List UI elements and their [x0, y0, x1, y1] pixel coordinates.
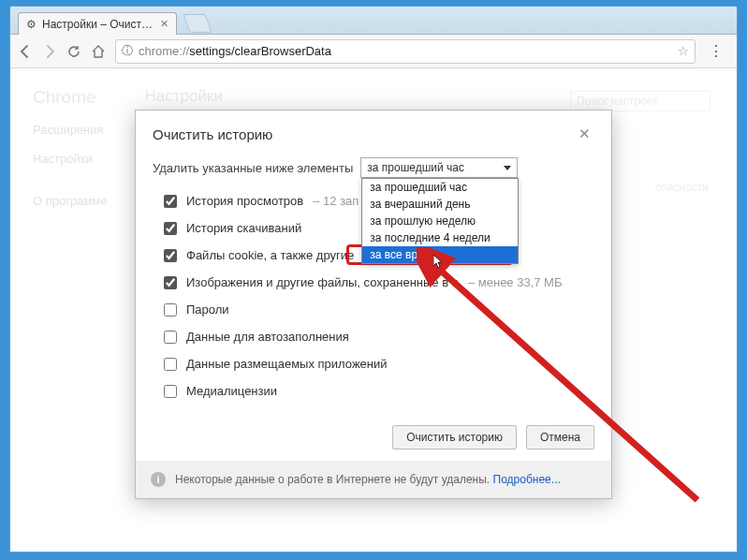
browser-window: ⚙ Настройки – Очистить ✕ ⓘ chrome://sett…	[9, 6, 738, 553]
check-label: Файлы cookie, а также другие	[186, 248, 354, 262]
close-icon[interactable]: ✕	[160, 18, 168, 30]
dialog-footer: Очистить историю Отмена	[136, 414, 611, 461]
omnibox[interactable]: ⓘ chrome://settings/clearBrowserData ☆	[115, 39, 696, 64]
time-range-dropdown: за прошедший час за вчерашний день за пр…	[361, 178, 519, 264]
time-range-select[interactable]: за прошедший час за прошедший час за вче…	[360, 157, 518, 178]
check-passwords[interactable]: Пароли	[153, 296, 594, 323]
option-alltime[interactable]: за все время	[362, 246, 518, 263]
reload-button[interactable]	[66, 44, 83, 59]
tab-strip: ⚙ Настройки – Очистить ✕	[10, 7, 737, 35]
dialog-body: Удалить указанные ниже элементы за проше…	[136, 154, 611, 414]
checkbox[interactable]	[164, 195, 177, 208]
clear-button[interactable]: Очистить историю	[392, 425, 517, 449]
tab-title: Настройки – Очистить	[42, 18, 154, 31]
check-label: Медиалицензии	[186, 384, 277, 398]
new-tab-button[interactable]	[183, 14, 212, 33]
delete-row: Удалить указанные ниже элементы за проше…	[153, 157, 594, 178]
content-area: Chrome Расширения Настройки О программе …	[10, 68, 737, 552]
checkbox[interactable]	[164, 222, 177, 235]
dialog-note: i Некоторые данные о работе в Интернете …	[136, 461, 611, 498]
check-label: Пароли	[186, 302, 229, 317]
dialog-title: Очистить историю	[153, 126, 272, 142]
chevron-down-icon	[504, 166, 511, 170]
note-link[interactable]: Подробнее...	[493, 473, 561, 486]
check-label: История скачиваний	[186, 221, 301, 235]
delete-label: Удалить указанные ниже элементы	[153, 161, 353, 175]
check-label: Данные для автозаполнения	[186, 330, 349, 344]
chrome-menu-button[interactable]: ⋮	[703, 42, 729, 60]
check-label: Изображения и другие файлы, сохраненные …	[186, 275, 459, 289]
dialog-header: Очистить историю ✕	[136, 111, 611, 154]
option-day[interactable]: за вчерашний день	[362, 196, 518, 213]
check-autofill[interactable]: Данные для автозаполнения	[153, 323, 594, 350]
check-hosted-app-data[interactable]: Данные размещаемых приложений	[153, 350, 594, 377]
check-cached-images[interactable]: Изображения и другие файлы, сохраненные …	[153, 269, 594, 296]
site-info-icon[interactable]: ⓘ	[122, 43, 133, 59]
check-media-licenses[interactable]: Медиалицензии	[153, 377, 594, 405]
back-button[interactable]	[18, 44, 35, 59]
checkbox[interactable]	[164, 358, 177, 371]
gear-icon: ⚙	[26, 18, 37, 31]
select-value: за прошедший час	[367, 161, 464, 174]
checkbox[interactable]	[164, 385, 177, 398]
option-week[interactable]: за прошлую неделю	[362, 213, 518, 229]
info-icon: i	[151, 472, 166, 487]
check-detail: – менее 33,7 МБ	[468, 275, 563, 289]
bookmark-star-icon[interactable]: ☆	[678, 44, 689, 58]
home-button[interactable]	[91, 44, 108, 59]
clear-browsing-data-dialog: Очистить историю ✕ Удалить указанные ниж…	[135, 110, 612, 499]
option-hour[interactable]: за прошедший час	[362, 179, 518, 196]
option-4weeks[interactable]: за последние 4 недели	[362, 229, 518, 246]
modal-overlay: Очистить историю ✕ Удалить указанные ниж…	[10, 68, 737, 552]
check-label: История просмотров	[186, 194, 303, 208]
dialog-close-button[interactable]: ✕	[575, 124, 594, 144]
checkbox[interactable]	[164, 276, 177, 289]
toolbar: ⓘ chrome://settings/clearBrowserData ☆ ⋮	[10, 35, 737, 68]
check-label: Данные размещаемых приложений	[186, 357, 388, 371]
check-detail: – 12 зап	[313, 194, 359, 208]
forward-button[interactable]	[42, 44, 59, 59]
note-text: Некоторые данные о работе в Интернете не…	[175, 473, 561, 486]
tab-settings[interactable]: ⚙ Настройки – Очистить ✕	[18, 12, 177, 35]
checkbox[interactable]	[164, 249, 177, 262]
checkbox[interactable]	[164, 331, 177, 344]
cancel-button[interactable]: Отмена	[526, 425, 594, 449]
checkbox[interactable]	[164, 303, 177, 317]
url-text: chrome://settings/clearBrowserData	[139, 44, 331, 58]
